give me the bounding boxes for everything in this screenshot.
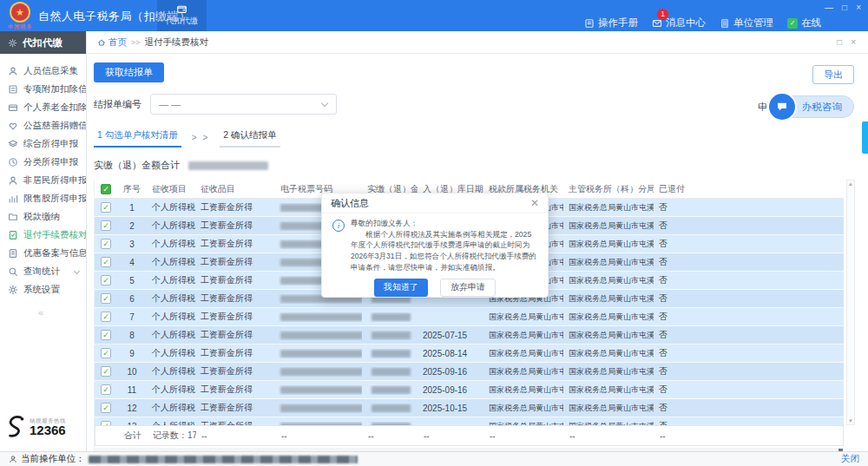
cell-date: 2025-09-16: [418, 385, 483, 395]
row-checkbox[interactable]: ✓: [101, 421, 111, 425]
cell-checkbox: ✓: [95, 257, 117, 267]
cell-seq: 5: [117, 276, 147, 286]
table-row[interactable]: ✓12个人所得税工资薪金所得2025-10-15国家税务总局黄山市屯溪区...国…: [95, 399, 844, 417]
sidebar-item-3[interactable]: 公益慈善捐赠信息采: [0, 116, 86, 135]
row-checkbox[interactable]: ✓: [101, 220, 111, 231]
table-row[interactable]: ✓8个人所得税工资薪金所得2025-07-15国家税务总局黄山市屯溪区...国家…: [95, 326, 844, 345]
sidebar-item-6[interactable]: 非居民所得申报: [0, 171, 86, 189]
statement-no-value: — —: [159, 99, 181, 109]
online-status[interactable]: ✓ 在线: [787, 16, 821, 30]
cell-project: 个人所得税: [147, 220, 195, 232]
manual-link[interactable]: 操作手册: [584, 16, 638, 30]
maximize-button[interactable]: □: [842, 3, 847, 12]
cell-authority: 国家税务总局黄山市屯溪区...: [483, 384, 563, 396]
sidebar-item-9[interactable]: 退付手续费核对: [0, 226, 86, 244]
row-checkbox[interactable]: ✓: [101, 384, 111, 395]
row-checkbox[interactable]: ✓: [101, 403, 111, 413]
building-icon: [720, 18, 730, 29]
sidebar-item-0[interactable]: 人员信息采集: [0, 62, 86, 80]
sidebar-item-7[interactable]: 限售股所得申报: [0, 189, 86, 207]
cell-project: 个人所得税: [147, 238, 195, 250]
online-icon: ✓: [787, 18, 798, 29]
sidebar-item-12[interactable]: 系统设置: [0, 280, 86, 299]
sidebar-item-2[interactable]: 个人养老金扣除管理: [0, 98, 86, 116]
row-checkbox[interactable]: ✓: [101, 330, 111, 340]
table-row[interactable]: ✓13个人所得税工资薪金所得国家税务总局黄山市屯溪区...国家税务总局黄山市屯溪…: [95, 417, 844, 425]
abandon-button[interactable]: 放弃申请: [440, 279, 496, 297]
hotline-logo-icon: [6, 415, 27, 441]
column-header[interactable]: 征收项目: [147, 183, 195, 195]
sidebar-item-label: 综合所得申报: [23, 138, 78, 150]
cell-date: 2025-08-14: [418, 349, 483, 358]
tab-withholding[interactable]: 代扣代缴: [157, 0, 207, 31]
message-center-link[interactable]: 1 消息中心: [652, 16, 706, 30]
column-header[interactable]: 主管税务所（科）分局: [563, 183, 654, 195]
row-checkbox[interactable]: ✓: [101, 257, 111, 267]
select-all-checkbox[interactable]: ✓: [101, 184, 111, 194]
redacted-amount: [372, 368, 411, 376]
get-statement-button[interactable]: 获取结报单: [94, 62, 164, 82]
cell-taxno: [275, 349, 362, 358]
cell-item: 工资薪金所得: [195, 292, 275, 305]
dialog-close-icon[interactable]: ✕: [530, 197, 539, 209]
column-header[interactable]: 序号: [117, 183, 147, 195]
sidebar-item-5[interactable]: 分类所得申报: [0, 153, 86, 171]
row-checkbox[interactable]: ✓: [101, 348, 111, 358]
row-checkbox[interactable]: ✓: [101, 202, 111, 213]
acknowledge-button[interactable]: 我知道了: [374, 279, 428, 297]
table-row[interactable]: ✓11个人所得税工资薪金所得2025-09-16国家税务总局黄山市屯溪区...国…: [95, 381, 844, 399]
cell-taxno: [275, 312, 362, 322]
close-button[interactable]: ×: [856, 3, 861, 12]
cell-project: 个人所得税: [147, 274, 195, 286]
row-checkbox[interactable]: ✓: [101, 312, 111, 322]
minimize-button[interactable]: —: [825, 3, 833, 12]
statusbar-close-link[interactable]: 关闭: [841, 453, 859, 465]
row-checkbox[interactable]: ✓: [101, 366, 111, 377]
dialog-titlebar: 确认信息 ✕: [322, 194, 548, 213]
export-button[interactable]: 导出: [812, 65, 854, 84]
total-dash: --: [484, 431, 564, 441]
column-header[interactable]: 征收品目: [195, 183, 275, 195]
filter-row: 结报单编号 — —: [94, 94, 856, 115]
table-row[interactable]: ✓10个人所得税工资薪金所得2025-09-16国家税务总局黄山市屯溪区...国…: [95, 363, 844, 381]
total-dash: --: [276, 431, 363, 441]
statusbar: 当前操作单位： 关闭: [0, 451, 868, 466]
dialog-title: 确认信息: [331, 197, 369, 210]
select-all-checkbox-cell: ✓: [95, 183, 117, 194]
clock-icon: [8, 157, 18, 167]
row-checkbox[interactable]: ✓: [101, 293, 111, 304]
panel-close-button[interactable]: ×: [851, 37, 856, 47]
sidebar-item-8[interactable]: 税款缴纳: [0, 207, 86, 226]
sidebar-collapse-button[interactable]: «: [38, 307, 86, 318]
cell-amount: [362, 422, 418, 426]
cell-date: 2025-09-16: [418, 367, 483, 377]
step-1-tab[interactable]: 1 勾选单户核对清册: [94, 129, 181, 148]
sidebar-item-11[interactable]: 查询统计: [0, 262, 86, 280]
national-emblem-icon: ★: [10, 2, 30, 23]
home-icon: [97, 38, 106, 47]
breadcrumb-home[interactable]: 首页: [97, 36, 127, 49]
org-manage-link[interactable]: 单位管理: [720, 16, 773, 30]
statement-no-select[interactable]: — —: [150, 94, 337, 115]
sidebar-item-10[interactable]: 优惠备案与信息报: [0, 244, 86, 262]
row-checkbox[interactable]: ✓: [101, 239, 111, 249]
consult-chat-button[interactable]: [769, 94, 795, 120]
table-row[interactable]: ✓7个人所得税工资薪金所得国家税务总局黄山市屯溪区...国家税务总局黄山市屯溪区…: [95, 308, 844, 326]
column-header[interactable]: 已退付: [654, 183, 692, 195]
table-row[interactable]: ✓9个人所得税工资薪金所得2025-08-14国家税务总局黄山市屯溪区...国家…: [95, 345, 844, 363]
cell-project: 个人所得税: [147, 311, 195, 323]
panel-maximize-button[interactable]: □: [837, 37, 842, 47]
vertical-scrollbar[interactable]: ▲▼: [846, 180, 855, 425]
record-count: 记录数：17: [148, 430, 196, 442]
row-checkbox[interactable]: ✓: [101, 275, 111, 286]
step-2-tab[interactable]: 2 确认结报单: [220, 129, 279, 148]
cell-project: 个人所得税: [147, 347, 195, 359]
operator-label: 当前操作单位：: [21, 453, 85, 465]
cell-amount: [362, 331, 418, 340]
titlebar-links: 操作手册 1 消息中心 单位管理 ✓ 在线: [584, 16, 821, 30]
side-panel-handle[interactable]: [862, 121, 868, 154]
sidebar-item-1[interactable]: 专项附加扣除信息采: [0, 80, 86, 98]
message-badge: 1: [657, 9, 668, 20]
cell-branch: 国家税务总局黄山市屯溪区...: [563, 257, 654, 268]
sidebar-item-4[interactable]: 综合所得申报: [0, 135, 86, 153]
